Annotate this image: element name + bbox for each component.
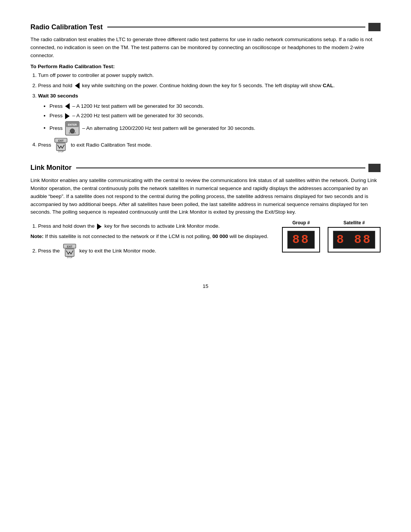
radio-calibration-title: Radio Calibration Test bbox=[30, 23, 103, 31]
group-display-wrapper: Group # 88 bbox=[282, 220, 320, 252]
link-monitor-title: Link Monitor bbox=[30, 164, 72, 172]
exit-stop-button-icon: EXIT STOP bbox=[54, 138, 68, 152]
lm-step-1: Press and hold down the key for five sec… bbox=[38, 222, 271, 230]
note-label: Note: bbox=[30, 233, 44, 239]
wait-label: Wait 30 seconds bbox=[38, 93, 78, 99]
bullet-1: Press – A 1200 Hz test pattern will be g… bbox=[49, 102, 381, 111]
step-3: Wait 30 seconds Press – A 1200 Hz test p… bbox=[38, 92, 381, 136]
radio-calibration-intro: The radio calibration test enables the L… bbox=[30, 36, 381, 60]
link-monitor-step2-list: Press the EXIT STOP key to exit the Link… bbox=[38, 244, 271, 258]
left-arrow-icon-2 bbox=[65, 103, 70, 109]
step-1-text: Turn off power to controller at power su… bbox=[38, 72, 154, 78]
group-label: Group # bbox=[282, 220, 320, 225]
radio-calibration-steps: Turn off power to controller at power su… bbox=[38, 72, 381, 152]
svg-rect-11 bbox=[65, 249, 74, 257]
exit-stop-button-icon-2: EXIT STOP bbox=[62, 244, 77, 258]
svg-text:STOP: STOP bbox=[58, 150, 64, 152]
group-display-box: 88 bbox=[282, 227, 320, 252]
step-1: Turn off power to controller at power su… bbox=[38, 72, 381, 80]
svg-text:EXIT: EXIT bbox=[67, 245, 72, 248]
svg-rect-7 bbox=[57, 143, 66, 150]
lm-step-2-text: Press the EXIT STOP key to exit the Link… bbox=[38, 248, 156, 254]
step-4-suffix: to exit Radio Calibration Test mode. bbox=[71, 142, 152, 147]
svg-text:START: START bbox=[69, 132, 76, 134]
bullet-points: Press – A 1200 Hz test pattern will be g… bbox=[49, 102, 381, 136]
lm-step-1-text: Press and hold down the key for five sec… bbox=[38, 223, 220, 229]
satellite-digits: 8 88 bbox=[333, 231, 375, 249]
satellite-label: Satellite # bbox=[328, 220, 381, 225]
perform-label: To Perform Radio Calibration Test: bbox=[30, 64, 381, 69]
radio-calibration-header: Radio Calibration Test bbox=[30, 23, 381, 31]
right-arrow-icon-2 bbox=[97, 224, 102, 230]
section-block bbox=[368, 23, 381, 31]
link-monitor-block bbox=[368, 164, 381, 172]
display-panel: Group # 88 Satellite # 8 88 bbox=[282, 220, 381, 252]
note-paragraph: Note: If this satellite is not connected… bbox=[30, 233, 271, 241]
note-end: will be displayed. bbox=[229, 233, 268, 239]
step-2: Press and hold key while switching on th… bbox=[38, 82, 381, 90]
enter-start-button-icon: ENTER START bbox=[65, 121, 80, 136]
section-divider-line bbox=[107, 27, 365, 27]
bullet-3-text: – An alternating 1200/2200 Hz test patte… bbox=[82, 125, 255, 131]
group-digits: 88 bbox=[287, 231, 315, 249]
press-label-3: Press bbox=[49, 125, 64, 131]
link-monitor-header: Link Monitor bbox=[30, 164, 381, 172]
lm-step-2: Press the EXIT STOP key to exit the Link… bbox=[38, 244, 271, 258]
radio-calibration-section: Radio Calibration Test The radio calibra… bbox=[30, 23, 381, 152]
note-bold-value: 00 000 bbox=[212, 233, 228, 239]
link-monitor-divider bbox=[76, 168, 365, 168]
link-monitor-numbered: Press and hold down the key for five sec… bbox=[38, 222, 271, 230]
svg-text:EXIT: EXIT bbox=[58, 139, 64, 142]
link-monitor-section: Link Monitor Link Monitor enables any sa… bbox=[30, 164, 381, 260]
link-monitor-steps: Press and hold down the key for five sec… bbox=[30, 220, 271, 260]
step-4: Press EXIT STOP to exit Radio Calibratio… bbox=[38, 138, 381, 152]
link-monitor-intro: Link Monitor enables any satellite commu… bbox=[30, 177, 381, 217]
satellite-display-wrapper: Satellite # 8 88 bbox=[328, 220, 381, 252]
left-arrow-icon bbox=[75, 83, 80, 89]
bullet-1-text: – A 1200 Hz test pattern will be generat… bbox=[72, 103, 204, 109]
note-text: If this satellite is not connected to th… bbox=[45, 233, 211, 239]
svg-text:ENTER: ENTER bbox=[68, 123, 77, 126]
press-label-1: Press bbox=[49, 103, 64, 109]
press-label-2: Press bbox=[49, 113, 64, 118]
bullet-3: Press ENTER START – An alternating 1200/… bbox=[49, 121, 381, 136]
bullet-2-text: – A 2200 Hz test pattern will be generat… bbox=[72, 113, 204, 118]
page-number: 15 bbox=[30, 283, 381, 289]
bullet-2: Press – A 2200 Hz test pattern will be g… bbox=[49, 111, 381, 120]
svg-text:STOP: STOP bbox=[67, 256, 72, 258]
satellite-display-box: 8 88 bbox=[328, 227, 381, 252]
right-arrow-icon bbox=[65, 113, 70, 119]
step-2-text: Press and hold key while switching on th… bbox=[38, 83, 335, 88]
step-4-press: Press bbox=[38, 142, 51, 147]
